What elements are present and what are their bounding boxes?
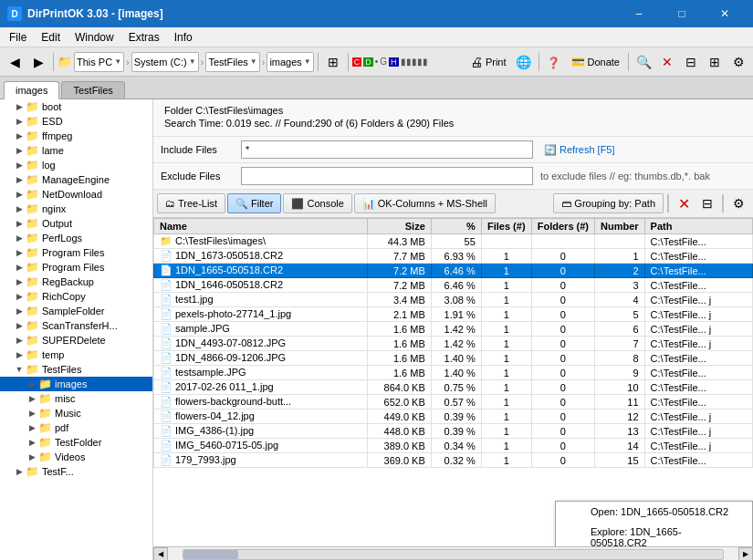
tree-item[interactable]: ▶ 📁 RegBackup: [0, 275, 152, 289]
tree-item[interactable]: ▶ 📁 pdf: [0, 420, 152, 435]
h-scrollbar[interactable]: ◀ ▶: [153, 546, 753, 560]
filter-button[interactable]: 🔍 Filter: [227, 193, 281, 213]
menu-info[interactable]: Info: [167, 29, 200, 46]
tree-item[interactable]: ▶ 📁 Program Files: [0, 245, 152, 260]
tree-expand-icon[interactable]: ▶: [13, 202, 26, 215]
more-button2[interactable]: ⊞: [704, 51, 726, 73]
exclude-input[interactable]: [241, 167, 533, 185]
col-name[interactable]: Name: [154, 219, 368, 234]
tree-scroll[interactable]: ▶ 📁 boot ▶ 📁 ESD ▶ 📁 ffmpeg ▶ 📁 lame ▶ 📁…: [0, 99, 152, 560]
col-number[interactable]: Number: [595, 219, 645, 234]
tree-item[interactable]: ▶ 📁 Music: [0, 406, 152, 420]
images-dropdown[interactable]: images ▼: [267, 52, 313, 72]
tree-item[interactable]: ▶ 📁 Videos: [0, 450, 152, 464]
drive-d[interactable]: D: [363, 57, 373, 67]
tree-expand-icon[interactable]: ▶: [13, 144, 26, 157]
table-row[interactable]: 📄testsample.JPG 1.6 MB 1.40 % 1 0 9 C:\T…: [154, 366, 753, 380]
table-row[interactable]: 📁C:\TestFiles\images\ 44.3 MB 55 C:\Test…: [154, 234, 753, 249]
table-area[interactable]: Name Size % Files (#) Folders (#) Number…: [153, 218, 753, 546]
tree-item[interactable]: ▶ 📁 NetDownload: [0, 187, 152, 202]
col-pct[interactable]: %: [431, 219, 481, 234]
tree-expand-icon[interactable]: ▶: [26, 436, 38, 449]
tree-expand-icon[interactable]: ▼: [13, 363, 26, 376]
table-row[interactable]: 📄pexels-photo-27714_1.jpg 2.1 MB 1.91 % …: [154, 307, 753, 322]
tree-item[interactable]: ▶ 📁 images: [0, 377, 152, 391]
tree-expand-icon[interactable]: ▶: [26, 392, 38, 405]
tree-expand-icon[interactable]: ▶: [13, 159, 26, 171]
col-path[interactable]: Path: [644, 219, 752, 234]
menu-window[interactable]: Window: [68, 29, 121, 46]
tree-expand-icon[interactable]: ▶: [13, 188, 26, 201]
sub-copy-button[interactable]: ⊟: [696, 192, 718, 214]
tree-item[interactable]: ▶ 📁 Program Files: [0, 260, 152, 275]
drive-g[interactable]: G: [380, 57, 387, 67]
console-button[interactable]: ⬛ Console: [283, 193, 351, 213]
system-dropdown[interactable]: System (C:) ▼: [131, 52, 199, 72]
forward-button[interactable]: ▶: [27, 51, 49, 73]
help-button[interactable]: [543, 51, 565, 73]
sub-settings-button[interactable]: ⚙: [727, 192, 749, 214]
tree-expand-icon[interactable]: ▶: [13, 261, 26, 274]
tab-testfiles[interactable]: TestFiles: [61, 81, 124, 99]
tree-item[interactable]: ▶ 📁 nginx: [0, 202, 152, 216]
tree-expand-icon[interactable]: ▶: [13, 100, 26, 113]
col-folders[interactable]: Folders (#): [531, 219, 594, 234]
thispc-dropdown[interactable]: This PC ▼: [74, 52, 124, 72]
tree-expand-icon[interactable]: ▶: [13, 246, 26, 259]
table-row[interactable]: 📄test1.jpg 3.4 MB 3.08 % 1 0 4 C:\TestFi…: [154, 293, 753, 307]
close-button[interactable]: ✕: [704, 0, 746, 27]
tree-item[interactable]: ▶ 📁 Output: [0, 216, 152, 231]
tab-images[interactable]: images: [4, 81, 59, 99]
tree-expand-icon[interactable]: ▶: [26, 407, 38, 420]
tree-item[interactable]: ▶ 📁 RichCopy: [0, 289, 152, 304]
tree-expand-icon[interactable]: ▶: [26, 378, 38, 390]
tree-item[interactable]: ▶ 📁 ScanTransferH...: [0, 318, 152, 333]
tree-item[interactable]: ▶ 📁 misc: [0, 391, 152, 406]
print-button[interactable]: Print: [465, 51, 511, 73]
col-size[interactable]: Size: [367, 219, 431, 234]
view-button[interactable]: ⊞: [322, 51, 344, 73]
refresh-button[interactable]: 🔄 Refresh [F5]: [540, 142, 619, 158]
tree-item[interactable]: ▶ 📁 boot: [0, 99, 152, 114]
okcolumns-button[interactable]: 📊 OK-Columns + MS-Shell: [354, 193, 496, 213]
testfiles-dropdown[interactable]: TestFiles ▼: [205, 52, 259, 72]
tree-item[interactable]: ▶ 📁 TestF...: [0, 464, 152, 479]
tree-expand-icon[interactable]: ▶: [13, 348, 26, 361]
table-row[interactable]: 📄IMG_5460-0715-05.jpg 389.0 KB 0.34 % 1 …: [154, 439, 753, 453]
tree-expand-icon[interactable]: ▶: [13, 173, 26, 186]
grouping-button[interactable]: 🗃 Grouping by: Path: [553, 193, 664, 213]
tree-item[interactable]: ▶ 📁 ffmpeg: [0, 129, 152, 143]
tree-item[interactable]: ▶ 📁 lame: [0, 143, 152, 158]
drive-c[interactable]: C: [352, 57, 362, 67]
tree-expand-icon[interactable]: ▶: [13, 130, 26, 142]
tree-expand-icon[interactable]: ▶: [13, 232, 26, 244]
tree-expand-icon[interactable]: ▶: [26, 421, 38, 434]
back-button[interactable]: ◀: [4, 51, 26, 73]
tree-expand-icon[interactable]: ▶: [13, 465, 26, 478]
table-row[interactable]: 📄flowers-04_12.jpg 449.0 KB 0.39 % 1 0 1…: [154, 410, 753, 424]
tree-item[interactable]: ▶ 📁 temp: [0, 347, 152, 362]
hscroll-track[interactable]: [183, 549, 724, 560]
tree-expand-icon[interactable]: ▶: [13, 305, 26, 317]
menu-extras[interactable]: Extras: [121, 29, 167, 46]
menu-file[interactable]: File: [2, 29, 34, 46]
tree-expand-icon[interactable]: ▶: [26, 451, 38, 463]
col-files[interactable]: Files (#): [481, 219, 531, 234]
tree-expand-icon[interactable]: ▶: [13, 319, 26, 332]
include-input[interactable]: [241, 140, 533, 159]
table-row[interactable]: 📄sample.JPG 1.6 MB 1.42 % 1 0 6 C:\TestF…: [154, 322, 753, 337]
tree-expand-icon[interactable]: ▶: [13, 290, 26, 303]
table-row[interactable]: 📄1DN_4493-07-0812.JPG 1.6 MB 1.42 % 1 0 …: [154, 337, 753, 351]
donate-button[interactable]: Donate: [567, 51, 624, 73]
drive-h[interactable]: H: [389, 57, 399, 67]
tree-item[interactable]: ▶ 📁 SampleFolder: [0, 304, 152, 318]
tree-item[interactable]: ▶ 📁 PerfLogs: [0, 231, 152, 245]
table-row[interactable]: 📄1DN_4866-09-1206.JPG 1.6 MB 1.40 % 1 0 …: [154, 351, 753, 366]
tree-item[interactable]: ▶ 📁 ESD: [0, 114, 152, 129]
tree-item[interactable]: ▶ 📁 log: [0, 158, 152, 172]
tree-expand-icon[interactable]: ▶: [13, 334, 26, 347]
minimize-button[interactable]: –: [618, 0, 660, 27]
table-row[interactable]: 📄179_7993.jpg 369.0 KB 0.32 % 1 0 15 C:\…: [154, 453, 753, 468]
tree-item[interactable]: ▶ 📁 ManageEngine: [0, 172, 152, 187]
maximize-button[interactable]: □: [661, 0, 703, 27]
